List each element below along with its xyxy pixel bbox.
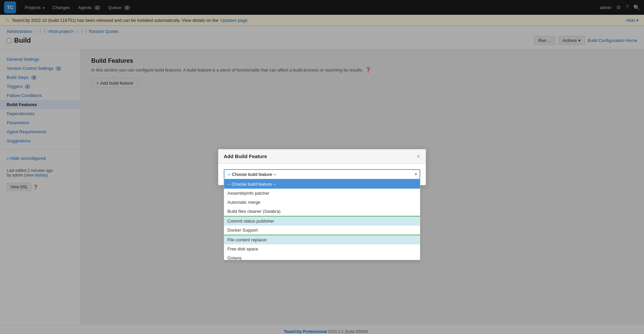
dropdown-item-golang[interactable]: Golang	[224, 253, 420, 260]
dropdown-item-automerge[interactable]: Automatic merge	[224, 198, 420, 207]
add-build-feature-modal: Add Build Feature × -- Choose build feat…	[218, 149, 426, 185]
dropdown-item-swabra[interactable]: Build files cleaner (Swabra)	[224, 207, 420, 216]
modal-header: Add Build Feature ×	[218, 149, 426, 164]
modal-close-button[interactable]: ×	[417, 153, 420, 159]
modal-title: Add Build Feature	[224, 153, 267, 159]
dropdown-list: -- Choose build feature -- AssemblyInfo …	[224, 180, 420, 260]
dropdown-item-assemblyinfo[interactable]: AssemblyInfo patcher	[224, 189, 420, 198]
modal-body: -- Choose build feature -- AssemblyInfo …	[218, 164, 426, 185]
dropdown-item-docker[interactable]: Docker Support	[224, 226, 420, 235]
feature-select-wrapper: -- Choose build feature -- AssemblyInfo …	[224, 169, 420, 180]
dropdown-item-freedisk[interactable]: Free disk space	[224, 244, 420, 253]
dropdown-item-filereplacer[interactable]: File content replacer	[224, 235, 420, 244]
feature-select[interactable]: -- Choose build feature -- AssemblyInfo …	[224, 169, 420, 180]
dropdown-item-placeholder[interactable]: -- Choose build feature --	[224, 180, 420, 189]
modal-overlay[interactable]: Add Build Feature × -- Choose build feat…	[0, 0, 644, 334]
dropdown-item-commitstatus[interactable]: Commit status publisher	[224, 217, 420, 226]
